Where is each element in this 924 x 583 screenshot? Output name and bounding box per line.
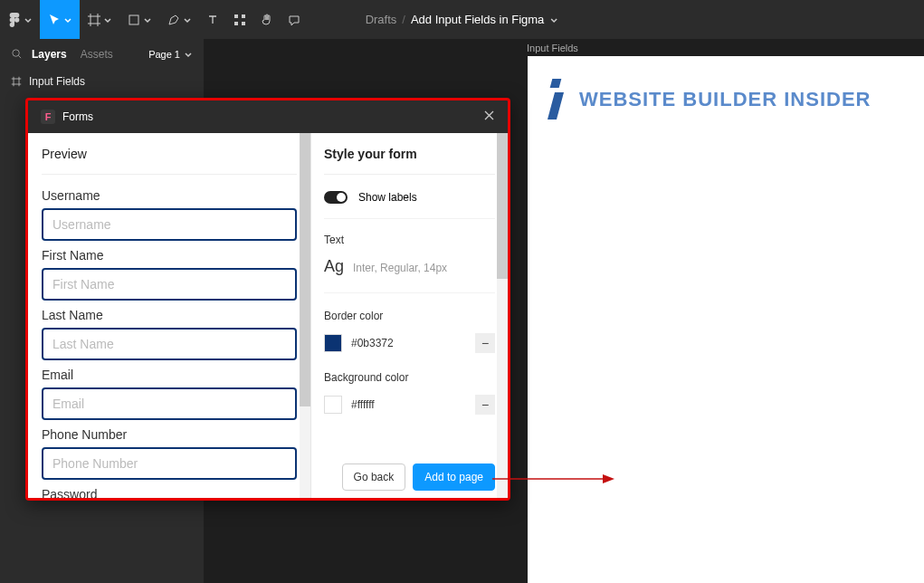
style-pane: Style your form Show labels Text Ag Inte… [310, 133, 508, 498]
modal-header[interactable]: F Forms [28, 100, 508, 133]
field-label: Last Name [42, 308, 297, 322]
show-labels-toggle[interactable] [324, 191, 348, 204]
chevron-down-icon [103, 15, 112, 24]
resources-icon [233, 13, 247, 27]
forms-plugin-icon: F [41, 110, 55, 124]
hand-icon [260, 13, 274, 27]
scrollbar-thumb[interactable] [497, 133, 508, 279]
modal-footer: Go back Add to page [324, 456, 495, 491]
text-icon [205, 13, 220, 27]
show-labels-row: Show labels [324, 191, 495, 219]
go-back-button[interactable]: Go back [342, 464, 406, 491]
field-input[interactable] [42, 387, 297, 420]
app-toolbar: Drafts / Add Input Fields in Figma [0, 0, 924, 39]
artboard-input-fields[interactable]: WEBSITE BUILDER INSIDER [528, 56, 924, 583]
field-group: Phone Number [42, 427, 297, 480]
field-label: Phone Number [42, 427, 297, 442]
frame-tool[interactable] [80, 0, 119, 39]
layer-input-fields[interactable]: Input Fields [0, 69, 204, 94]
bg-color-swatch[interactable] [324, 396, 342, 414]
chevron-down-icon [183, 15, 192, 24]
frame-label[interactable]: Input Fields [527, 43, 578, 53]
modal-title: Forms [62, 110, 93, 123]
field-input[interactable] [42, 447, 297, 480]
cursor-icon [47, 13, 62, 27]
logo-icon [546, 79, 566, 119]
breadcrumb-parent[interactable]: Drafts [366, 13, 397, 26]
breadcrumb-current[interactable]: Add Input Fields in Figma [411, 13, 544, 26]
page-selector[interactable]: Page 1 [148, 49, 193, 60]
border-color-value: #0b3372 [351, 337, 394, 349]
text-section-label: Text [324, 234, 495, 246]
svg-rect-4 [234, 22, 238, 25]
move-tool[interactable] [40, 0, 80, 39]
page-label: Page 1 [148, 49, 180, 60]
field-input[interactable] [42, 328, 297, 360]
text-tool[interactable] [199, 0, 226, 39]
comment-tool[interactable] [281, 0, 308, 39]
artboard-content: WEBSITE BUILDER INSIDER [528, 56, 924, 142]
pen-icon [167, 13, 181, 27]
close-icon [483, 110, 495, 121]
style-heading: Style your form [324, 147, 495, 175]
preview-scrollbar[interactable] [300, 133, 310, 498]
breadcrumb-separator: / [402, 13, 405, 26]
chevron-down-icon[interactable] [549, 15, 558, 24]
shape-tool[interactable] [119, 0, 159, 39]
show-labels-label: Show labels [358, 191, 417, 204]
layers-tab[interactable]: Layers [32, 48, 67, 61]
svg-rect-3 [242, 14, 245, 18]
site-title: WEBSITE BUILDER INSIDER [579, 88, 871, 111]
forms-plugin-modal: F Forms Preview UsernameFirst NameLast N… [25, 98, 510, 501]
svg-rect-2 [234, 14, 238, 18]
font-description: Inter, Regular, 14px [353, 262, 447, 274]
figma-menu[interactable] [0, 0, 40, 39]
border-color-swatch[interactable] [324, 334, 342, 352]
field-group: First Name [42, 248, 297, 301]
style-scrollbar[interactable] [497, 133, 508, 498]
field-label: Username [42, 188, 297, 203]
field-label: Password [42, 487, 297, 498]
svg-rect-5 [242, 22, 245, 25]
pen-tool[interactable] [159, 0, 199, 39]
modal-body: Preview UsernameFirst NameLast NameEmail… [28, 133, 508, 498]
scrollbar-thumb[interactable] [300, 133, 310, 406]
breadcrumb: Drafts / Add Input Fields in Figma [366, 13, 559, 26]
field-group: Email [42, 368, 297, 420]
svg-rect-1 [129, 15, 138, 24]
bg-color-value: #ffffff [351, 398, 375, 411]
chevron-down-icon [143, 15, 152, 24]
remove-border-color-button[interactable]: − [475, 333, 495, 353]
toolbar-left [0, 0, 308, 39]
bg-color-row: #ffffff − [324, 395, 495, 415]
layer-label: Input Fields [29, 75, 85, 88]
rectangle-icon [127, 13, 141, 27]
font-sample-row[interactable]: Ag Inter, Regular, 14px [324, 257, 495, 293]
field-group: Username [42, 188, 297, 241]
field-label: Email [42, 368, 297, 382]
remove-bg-color-button[interactable]: − [475, 395, 495, 415]
preview-pane: Preview UsernameFirst NameLast NameEmail… [28, 133, 310, 498]
add-to-page-button[interactable]: Add to page [413, 464, 495, 491]
border-color-row: #0b3372 − [324, 333, 495, 353]
bg-color-label: Background color [324, 371, 495, 384]
hand-tool[interactable] [253, 0, 281, 39]
field-input[interactable] [42, 268, 297, 301]
chevron-down-icon [63, 15, 72, 24]
assets-tab[interactable]: Assets [81, 48, 113, 61]
comment-icon [287, 13, 301, 27]
svg-point-6 [13, 50, 19, 56]
sidebar-tabs: Layers Assets Page 1 [0, 39, 204, 69]
border-color-label: Border color [324, 310, 495, 322]
chevron-down-icon [184, 50, 193, 59]
chevron-down-icon [24, 15, 33, 24]
field-group: Last Name [42, 308, 297, 360]
frame-icon [11, 76, 22, 87]
field-group: Password [42, 487, 297, 498]
svg-point-0 [14, 17, 19, 22]
preview-heading: Preview [42, 147, 297, 175]
resources-tool[interactable] [226, 0, 253, 39]
field-input[interactable] [42, 208, 297, 241]
close-button[interactable] [483, 110, 495, 124]
search-icon[interactable] [11, 48, 23, 60]
